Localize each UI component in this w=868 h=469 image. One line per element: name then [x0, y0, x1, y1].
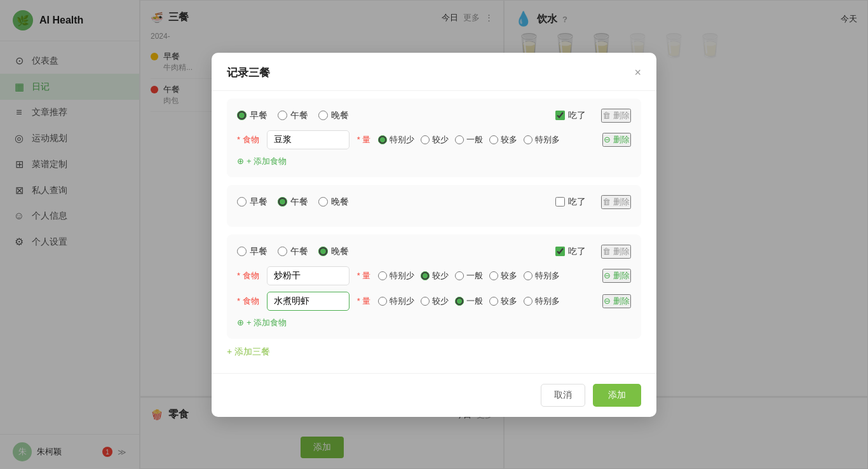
- modal-title: 记录三餐: [227, 65, 270, 80]
- radio-lunch-1[interactable]: 午餐: [278, 110, 308, 121]
- qty-radio-more-3-2[interactable]: [489, 297, 498, 306]
- radio-lunch-2[interactable]: 午餐: [278, 196, 308, 208]
- qty-radio-very-little-1[interactable]: [378, 135, 387, 144]
- ate-checkbox-3[interactable]: 吃了: [555, 246, 586, 257]
- radio-dinner-2[interactable]: 晚餐: [318, 196, 349, 208]
- qty-more-3-1[interactable]: 较多: [489, 270, 517, 282]
- meal-block-3: 早餐 午餐 晚餐 吃了 🗑: [227, 234, 641, 339]
- qty-radio-group-3-2: 特别少 较少 一般 较多 特别多: [378, 296, 595, 307]
- food-row-1: * 食物 * 量 特别少 较少 一般: [237, 130, 631, 149]
- meal-type-radio-group-2: 早餐 午餐 晚餐: [237, 196, 349, 208]
- radio-input-lunch-2[interactable]: [278, 197, 287, 207]
- qty-more-3-2[interactable]: 较多: [489, 296, 517, 307]
- qty-radio-very-more-3-2[interactable]: [524, 297, 532, 306]
- modal-body: 早餐 午餐 晚餐 吃了 🗑: [212, 91, 656, 373]
- meal-type-radio-group-1: 早餐 午餐 晚餐: [237, 110, 349, 121]
- radio-input-dinner-1[interactable]: [318, 111, 328, 120]
- qty-little-1[interactable]: 较少: [421, 134, 449, 146]
- qty-very-more-3-1[interactable]: 特别多: [524, 270, 560, 282]
- qty-very-little-3-1[interactable]: 特别少: [378, 270, 414, 282]
- radio-input-dinner-2[interactable]: [318, 197, 328, 207]
- qty-radio-very-little-3-2[interactable]: [378, 297, 387, 306]
- ate-checkbox-2[interactable]: 吃了: [555, 196, 586, 208]
- ate-checkbox-1[interactable]: 吃了: [555, 110, 586, 121]
- radio-dinner-3[interactable]: 晚餐: [318, 246, 349, 257]
- qty-radio-very-more-3-1[interactable]: [524, 271, 532, 280]
- food-input-1[interactable]: [267, 130, 349, 149]
- delete-food-3-2-button[interactable]: ⊖ 删除: [602, 294, 631, 308]
- qty-radio-little-3-2[interactable]: [421, 297, 430, 306]
- confirm-button[interactable]: 添加: [593, 384, 641, 407]
- qty-radio-little-1[interactable]: [421, 135, 430, 144]
- delete-block-2-button[interactable]: 🗑 删除: [601, 195, 631, 209]
- qty-radio-normal-1[interactable]: [455, 135, 464, 144]
- meal-block-2: 早餐 午餐 晚餐 吃了 🗑: [227, 185, 641, 227]
- radio-dinner-1[interactable]: 晚餐: [318, 110, 349, 121]
- qty-radio-group-3-1: 特别少 较少 一般 较多 特别多: [378, 270, 595, 282]
- record-meal-modal: 记录三餐 × 早餐 午餐 晚餐: [212, 53, 656, 417]
- food-field-label-3-2: * 食物: [237, 296, 259, 307]
- qty-little-3-1[interactable]: 较少: [421, 270, 449, 282]
- plus-icon-3: ⊕: [237, 318, 244, 327]
- delete-block-1-button[interactable]: 🗑 删除: [601, 109, 631, 123]
- qty-radio-normal-3-1[interactable]: [455, 271, 464, 280]
- add-meal-button[interactable]: + 添加三餐: [227, 346, 270, 358]
- food-input-3-1[interactable]: [267, 266, 349, 285]
- radio-input-breakfast-2[interactable]: [237, 197, 247, 207]
- qty-very-little-3-2[interactable]: 特别少: [378, 296, 414, 307]
- checkbox-ate-1[interactable]: [555, 111, 565, 120]
- trash-icon-2: 🗑: [602, 197, 611, 207]
- qty-little-3-2[interactable]: 较少: [421, 296, 449, 307]
- meal-type-radio-group-3: 早餐 午餐 晚餐: [237, 246, 349, 257]
- add-food-block1-button[interactable]: ⊕ + 添加食物: [237, 156, 287, 167]
- food-input-3-2[interactable]: [267, 292, 349, 311]
- food-row-3-2: * 食物 * 量 特别少 较少 一般: [237, 292, 631, 311]
- qty-radio-more-3-1[interactable]: [489, 271, 498, 280]
- qty-normal-1[interactable]: 一般: [455, 134, 483, 146]
- modal-close-button[interactable]: ×: [634, 66, 641, 79]
- radio-input-lunch-3[interactable]: [278, 247, 287, 256]
- qty-radio-normal-3-2[interactable]: [455, 297, 464, 306]
- qty-normal-3-1[interactable]: 一般: [455, 270, 483, 282]
- meal-block-1: 早餐 午餐 晚餐 吃了 🗑: [227, 99, 641, 177]
- qty-radio-very-little-3-1[interactable]: [378, 271, 387, 280]
- radio-input-breakfast-1[interactable]: [237, 111, 247, 120]
- qty-very-more-1[interactable]: 特别多: [524, 134, 560, 146]
- qty-field-label-3-1: * 量: [357, 270, 371, 282]
- qty-field-label-3-2: * 量: [357, 296, 371, 307]
- modal-header: 记录三餐 ×: [212, 53, 656, 91]
- food-field-label-3-1: * 食物: [237, 270, 259, 282]
- qty-radio-more-1[interactable]: [489, 135, 498, 144]
- checkbox-ate-2[interactable]: [555, 197, 565, 207]
- radio-breakfast-3[interactable]: 早餐: [237, 246, 268, 257]
- minus-icon-3-2: ⊖: [604, 296, 611, 306]
- qty-more-1[interactable]: 较多: [489, 134, 517, 146]
- qty-radio-little-3-1[interactable]: [421, 271, 430, 280]
- qty-very-little-1[interactable]: 特别少: [378, 134, 414, 146]
- qty-field-label-1: * 量: [357, 134, 371, 146]
- checkbox-ate-3[interactable]: [555, 247, 565, 256]
- food-field-label-1: * 食物: [237, 134, 259, 146]
- cancel-button[interactable]: 取消: [541, 384, 585, 407]
- qty-normal-3-2[interactable]: 一般: [455, 296, 483, 307]
- trash-icon-3: 🗑: [602, 247, 611, 256]
- radio-input-breakfast-3[interactable]: [237, 247, 247, 256]
- delete-food-3-1-button[interactable]: ⊖ 删除: [602, 269, 631, 283]
- trash-icon-1: 🗑: [602, 111, 611, 120]
- radio-input-lunch-1[interactable]: [278, 111, 287, 120]
- qty-very-more-3-2[interactable]: 特别多: [524, 296, 560, 307]
- delete-block-3-button[interactable]: 🗑 删除: [601, 245, 631, 259]
- radio-breakfast-2[interactable]: 早餐: [237, 196, 268, 208]
- plus-icon-1: ⊕: [237, 156, 244, 166]
- radio-input-dinner-3[interactable]: [318, 247, 328, 256]
- qty-radio-group-1: 特别少 较少 一般 较多 特别多: [378, 134, 595, 146]
- qty-radio-very-more-1[interactable]: [524, 135, 532, 144]
- add-food-block3-button[interactable]: ⊕ + 添加食物: [237, 317, 287, 329]
- radio-breakfast-1[interactable]: 早餐: [237, 110, 268, 121]
- modal-footer: 取消 添加: [212, 373, 656, 417]
- radio-lunch-3[interactable]: 午餐: [278, 246, 308, 257]
- delete-food-1-button[interactable]: ⊖ 删除: [602, 133, 631, 147]
- food-row-3-1: * 食物 * 量 特别少 较少 一般: [237, 266, 631, 285]
- modal-overlay: 记录三餐 × 早餐 午餐 晚餐: [0, 0, 868, 469]
- minus-icon-1: ⊖: [604, 135, 611, 144]
